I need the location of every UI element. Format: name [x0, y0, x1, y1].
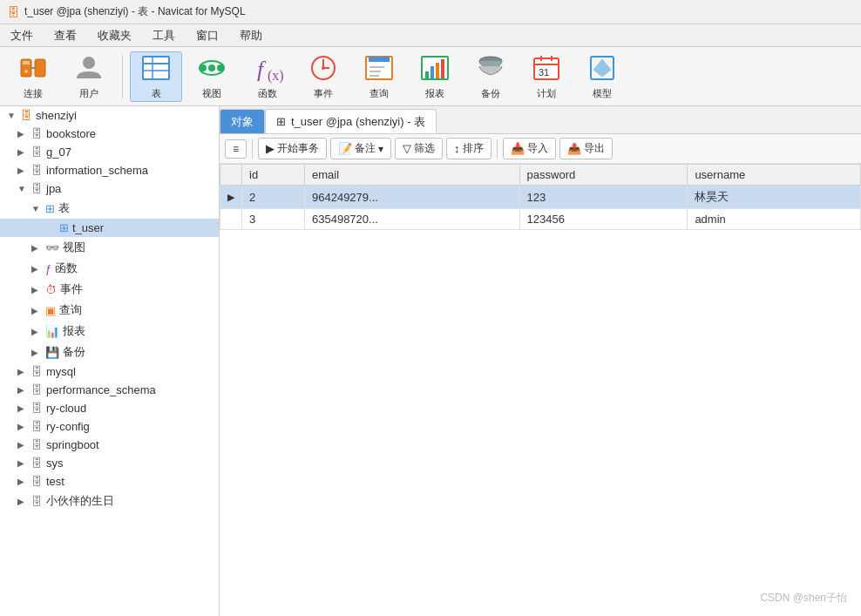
menu-item-帮助[interactable]: 帮助 — [236, 26, 266, 45]
sort-btn[interactable]: ↕ 排序 — [446, 138, 492, 159]
tool-btn-table[interactable]: 表 — [130, 51, 182, 102]
sidebar-db-小伙伴的生日[interactable]: ▶🗄小伙伴的生日 — [0, 491, 219, 511]
tab-object[interactable]: 对象 — [220, 109, 265, 133]
start-transaction-btn[interactable]: ▶ 开始事务 — [258, 138, 327, 159]
sidebar-group-查询[interactable]: ▶▣查询 — [0, 300, 219, 321]
tool-label-view: 视图 — [202, 87, 221, 100]
tool-icon-schedule: 31 — [531, 52, 562, 84]
db-icon: 🗄 — [31, 420, 43, 433]
db-arrow: ▶ — [17, 477, 28, 486]
note-btn[interactable]: 📝 备注 ▾ — [330, 138, 391, 159]
db-icon: 🗄 — [31, 383, 43, 396]
db-label: sys — [46, 457, 64, 470]
db-icon: 🗄 — [31, 164, 43, 177]
group-label: 事件 — [60, 281, 83, 297]
menu-item-工具[interactable]: 工具 — [149, 26, 179, 45]
menu-item-文件[interactable]: 文件 — [7, 26, 37, 45]
export-icon: 📤 — [567, 142, 581, 155]
tool-btn-schedule[interactable]: 31计划 — [520, 51, 573, 102]
group-label: 视图 — [63, 240, 85, 255]
group-arrow: ▶ — [31, 306, 42, 315]
svg-point-13 — [217, 64, 224, 71]
tab-table[interactable]: ⊞ t_user @jpa (shenziyi) - 表 — [265, 109, 437, 133]
sidebar-db-g_07[interactable]: ▶🗄g_07 — [0, 143, 219, 161]
menu-item-查看[interactable]: 查看 — [51, 26, 80, 45]
sidebar-db-test[interactable]: ▶🗄test — [0, 472, 219, 491]
db-arrow: ▶ — [17, 385, 28, 395]
import-btn[interactable]: 📥 导入 — [503, 138, 556, 159]
tool-label-event: 事件 — [314, 87, 333, 100]
sidebar-table-t_user[interactable]: ⊞t_user — [0, 219, 219, 237]
db-icon: 🗄 — [31, 365, 43, 378]
sidebar-db-springboot[interactable]: ▶🗄springboot — [0, 436, 219, 454]
sidebar-db-mysql[interactable]: ▶🗄mysql — [0, 362, 219, 381]
db-arrow: ▶ — [17, 403, 28, 413]
tool-btn-user[interactable]: 用户 — [63, 51, 115, 102]
db-label: springboot — [46, 438, 99, 451]
filter-btn[interactable]: ▽ 筛选 — [395, 138, 443, 159]
db-arrow: ▶ — [17, 422, 28, 431]
note-dropdown-icon: ▾ — [378, 143, 383, 155]
table-row[interactable]: ▶ 2 964249279... 123 林昊天 — [220, 186, 861, 209]
tool-icon-report — [419, 52, 451, 84]
sidebar-group-事件[interactable]: ▶⏱事件 — [0, 279, 219, 300]
export-btn[interactable]: 📤 导出 — [559, 138, 613, 159]
tool-btn-backup[interactable]: 备份 — [464, 51, 517, 102]
sidebar-root[interactable]: ▼🗄shenziyi — [0, 106, 219, 125]
col-username[interactable]: username — [688, 165, 861, 186]
tool-label-schedule: 计划 — [537, 87, 556, 100]
sidebar-db-jpa[interactable]: ▼🗄jpa — [0, 179, 219, 198]
data-table-container[interactable]: id email password username ▶ 2 964249279… — [220, 164, 861, 616]
window-title: t_user @jpa (shenziyi) - 表 - Navicat for… — [24, 4, 246, 19]
sidebar-db-sys[interactable]: ▶🗄sys — [0, 454, 219, 472]
group-label: 表 — [58, 200, 70, 216]
menu-item-窗口[interactable]: 窗口 — [193, 26, 222, 45]
group-label: 备份 — [63, 344, 85, 360]
db-label: test — [46, 475, 64, 488]
tool-btn-query[interactable]: 查询 — [353, 51, 405, 102]
svg-point-5 — [83, 57, 95, 69]
sidebar-group-表[interactable]: ▼⊞表 — [0, 198, 219, 219]
group-arrow: ▶ — [31, 243, 42, 253]
tool-btn-event[interactable]: 事件 — [297, 51, 349, 102]
tool-btn-connect[interactable]: 连接 — [7, 51, 59, 102]
col-email[interactable]: email — [304, 165, 519, 186]
group-label: 查询 — [59, 302, 82, 318]
sidebar-group-备份[interactable]: ▶💾备份 — [0, 342, 219, 362]
col-id[interactable]: id — [242, 165, 305, 186]
sidebar-db-bookstore[interactable]: ▶🗄bookstore — [0, 125, 219, 143]
content-area: 对象 ⊞ t_user @jpa (shenziyi) - 表 ≡ ▶ 开始事务… — [220, 106, 861, 616]
table-row[interactable]: 3 635498720... 123456 admin — [220, 209, 861, 230]
tool-icon-backup — [475, 52, 506, 84]
svg-rect-26 — [425, 71, 429, 78]
group-icon: 📊 — [45, 325, 59, 338]
group-arrow: ▶ — [31, 264, 42, 274]
sidebar-group-报表[interactable]: ▶📊报表 — [0, 321, 219, 342]
tool-btn-func[interactable]: f(x)函数 — [241, 51, 294, 102]
db-label: mysql — [46, 365, 76, 378]
filter-icon: ▽ — [403, 142, 411, 155]
sidebar-db-ry-config[interactable]: ▶🗄ry-config — [0, 417, 219, 436]
col-password[interactable]: password — [519, 165, 688, 186]
tool-btn-report[interactable]: 报表 — [409, 51, 461, 102]
tool-label-report: 报表 — [425, 87, 444, 100]
row-indicator: ▶ — [220, 186, 242, 209]
svg-point-2 — [24, 70, 28, 73]
sidebar-db-performance_schema[interactable]: ▶🗄performance_schema — [0, 381, 219, 399]
sidebar-group-函数[interactable]: ▶ƒ函数 — [0, 258, 219, 279]
sidebar-db-information_schema[interactable]: ▶🗄information_schema — [0, 161, 219, 179]
tool-label-func: 函数 — [258, 87, 277, 100]
transaction-icon: ▶ — [266, 142, 275, 155]
root-arrow: ▼ — [7, 111, 17, 120]
row-indicator — [220, 209, 242, 230]
svg-text:(x): (x) — [268, 68, 283, 84]
menu-item-收藏夹[interactable]: 收藏夹 — [94, 26, 135, 45]
tool-btn-model[interactable]: 模型 — [576, 51, 628, 102]
tool-label-query: 查询 — [369, 87, 389, 100]
sidebar-group-视图[interactable]: ▶👓视图 — [0, 237, 219, 258]
col-indicator — [220, 165, 242, 186]
hamburger-btn[interactable]: ≡ — [225, 139, 247, 159]
sidebar-db-ry-cloud[interactable]: ▶🗄ry-cloud — [0, 399, 219, 417]
db-arrow: ▶ — [17, 166, 28, 175]
tool-btn-view[interactable]: 视图 — [186, 51, 238, 102]
